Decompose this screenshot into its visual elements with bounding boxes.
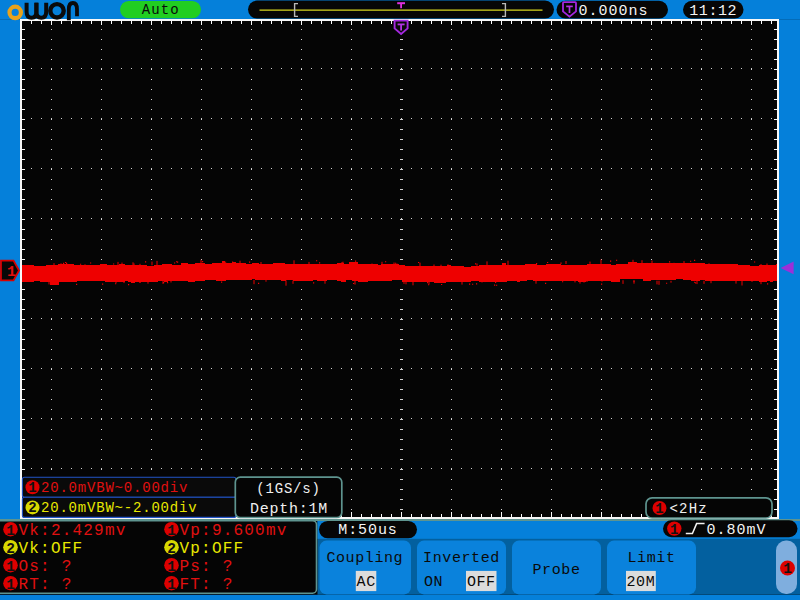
svg-text:Coupling: Coupling <box>326 550 403 567</box>
svg-text:<2Hz: <2Hz <box>670 501 708 517</box>
svg-text:1: 1 <box>6 559 15 575</box>
svg-text:Vk:OFF: Vk:OFF <box>19 540 84 558</box>
svg-text:Vp:OFF: Vp:OFF <box>180 540 245 558</box>
svg-text:1: 1 <box>6 577 15 593</box>
svg-text:11:12: 11:12 <box>689 3 737 20</box>
svg-text:2: 2 <box>167 541 176 557</box>
svg-text:Os: ?: Os: ? <box>19 558 73 576</box>
svg-text:(1GS/s): (1GS/s) <box>256 481 320 497</box>
svg-text:Ps: ?: Ps: ? <box>180 558 234 576</box>
svg-text:1: 1 <box>783 561 792 577</box>
svg-text:1: 1 <box>167 523 176 539</box>
svg-text:Limit: Limit <box>627 550 675 567</box>
svg-text:2: 2 <box>6 541 15 557</box>
svg-text:RT: ?: RT: ? <box>19 576 73 594</box>
svg-text:1: 1 <box>28 480 36 496</box>
svg-text:1: 1 <box>7 264 16 281</box>
svg-text:Vp:9.600mv: Vp:9.600mv <box>180 522 288 540</box>
svg-text:1: 1 <box>167 559 176 575</box>
svg-text:20.0mVBW~-2.00div: 20.0mVBW~-2.00div <box>41 500 197 516</box>
svg-text:OFF: OFF <box>467 574 496 591</box>
svg-text:20M: 20M <box>626 574 655 591</box>
svg-text:1: 1 <box>167 577 176 593</box>
svg-text:2: 2 <box>28 500 36 516</box>
svg-text:ON: ON <box>424 574 443 591</box>
svg-text:Probe: Probe <box>532 562 580 579</box>
svg-text:FT: ?: FT: ? <box>180 576 234 594</box>
svg-text:Depth:1M: Depth:1M <box>250 501 328 518</box>
svg-text:AC: AC <box>357 574 376 591</box>
svg-text:Inverted: Inverted <box>423 550 500 567</box>
svg-text:M:50us: M:50us <box>338 522 397 539</box>
svg-text:Vk:2.429mv: Vk:2.429mv <box>19 522 127 540</box>
svg-text:1: 1 <box>655 501 663 517</box>
svg-text:1: 1 <box>6 523 15 539</box>
svg-text:1: 1 <box>670 522 678 538</box>
svg-text:20.0mVBW~0.00div: 20.0mVBW~0.00div <box>41 480 188 496</box>
svg-text:0.000ns: 0.000ns <box>579 3 649 20</box>
svg-text:Auto: Auto <box>142 2 180 18</box>
svg-text:0.80mV: 0.80mV <box>707 522 767 539</box>
